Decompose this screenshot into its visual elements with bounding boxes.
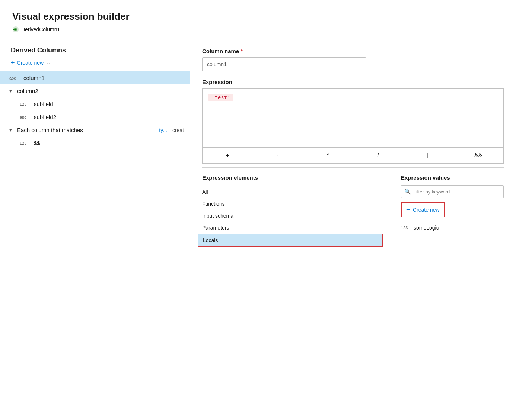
type-badge: 123 bbox=[20, 102, 30, 106]
right-panel: Column name * Expression 'test' + - * / … bbox=[190, 39, 516, 420]
chevron-down-icon: ▾ bbox=[9, 127, 12, 133]
filter-input-wrap: 🔍 bbox=[401, 185, 504, 198]
column-name-input[interactable] bbox=[202, 57, 366, 71]
operator-bar: + - * / || && bbox=[202, 148, 504, 164]
list-item[interactable]: ▾ column2 bbox=[0, 84, 190, 97]
value-type-badge: 123 bbox=[401, 225, 410, 230]
expression-box[interactable]: 'test' bbox=[202, 88, 504, 148]
col-name: column2 bbox=[17, 88, 184, 94]
left-panel: Derived Columns + Create new ⌄ abc colum… bbox=[0, 39, 190, 420]
value-item[interactable]: 123 someLogic bbox=[401, 222, 504, 234]
multiply-operator[interactable]: * bbox=[303, 151, 353, 160]
each-col-create: creat bbox=[172, 127, 184, 133]
svg-point-3 bbox=[13, 29, 15, 30]
expression-values-title: Expression values bbox=[401, 174, 504, 181]
derived-column-icon bbox=[12, 26, 19, 33]
pipe-operator[interactable]: || bbox=[403, 151, 453, 160]
expression-token: 'test' bbox=[208, 94, 233, 101]
element-item-all[interactable]: All bbox=[202, 186, 383, 198]
create-new-values-button[interactable]: + Create new bbox=[401, 202, 445, 217]
expression-values-panel: Expression values 🔍 + Create new 123 som… bbox=[392, 168, 504, 420]
list-item[interactable]: ▾ Each column that matches ty... creat bbox=[0, 124, 190, 137]
filter-input[interactable] bbox=[401, 185, 504, 198]
type-badge: abc bbox=[9, 76, 20, 80]
type-badge: 123 bbox=[20, 141, 30, 145]
list-item[interactable]: 123 subfield bbox=[0, 97, 190, 110]
element-item-locals[interactable]: Locals bbox=[198, 234, 383, 247]
and-operator[interactable]: && bbox=[453, 151, 503, 160]
subtitle-text: DerivedColumn1 bbox=[21, 26, 60, 32]
derived-columns-heading: Derived Columns bbox=[0, 39, 190, 57]
col-name: column1 bbox=[23, 75, 184, 81]
element-item-input-schema[interactable]: Input schema bbox=[202, 210, 383, 222]
column-name-label: Column name * bbox=[202, 48, 504, 54]
chevron-down-icon: ⌄ bbox=[47, 60, 50, 65]
plus-icon: + bbox=[11, 60, 15, 66]
value-name: someLogic bbox=[414, 225, 439, 231]
type-badge: abc bbox=[20, 115, 30, 119]
create-new-values-label: Create new bbox=[413, 207, 440, 213]
col-name: $$ bbox=[34, 140, 184, 146]
divide-operator[interactable]: / bbox=[353, 151, 403, 160]
search-icon: 🔍 bbox=[404, 189, 411, 195]
column-list: abc column1 ▾ column2 123 subfield abc s… bbox=[0, 71, 190, 420]
each-col-link: ty... bbox=[159, 127, 167, 133]
subtitle-row: DerivedColumn1 bbox=[0, 25, 516, 39]
col-name: Each column that matches bbox=[17, 127, 155, 133]
list-item[interactable]: 123 $$ bbox=[0, 137, 190, 150]
expression-label: Expression bbox=[202, 79, 504, 85]
element-item-parameters[interactable]: Parameters bbox=[202, 222, 383, 234]
expression-elements-panel: Expression elements All Functions Input … bbox=[202, 168, 392, 420]
chevron-down-icon: ▾ bbox=[9, 88, 12, 94]
expression-elements-title: Expression elements bbox=[202, 174, 383, 181]
create-new-button[interactable]: + Create new ⌄ bbox=[0, 57, 190, 71]
minus-operator[interactable]: - bbox=[253, 151, 303, 160]
element-item-functions[interactable]: Functions bbox=[202, 198, 383, 210]
plus-icon: + bbox=[406, 206, 410, 214]
required-star: * bbox=[241, 48, 242, 54]
bottom-section: Expression elements All Functions Input … bbox=[202, 167, 504, 420]
page-title: Visual expression builder bbox=[0, 0, 516, 25]
plus-operator[interactable]: + bbox=[203, 151, 253, 160]
col-name: subfield2 bbox=[34, 114, 184, 120]
col-name: subfield bbox=[34, 101, 184, 107]
app-container: Visual expression builder DerivedColumn1… bbox=[0, 0, 516, 420]
create-new-label: Create new bbox=[17, 60, 44, 66]
list-item[interactable]: abc column1 bbox=[0, 71, 190, 84]
main-layout: Derived Columns + Create new ⌄ abc colum… bbox=[0, 39, 516, 420]
list-item[interactable]: abc subfield2 bbox=[0, 110, 190, 124]
svg-point-2 bbox=[15, 29, 17, 31]
